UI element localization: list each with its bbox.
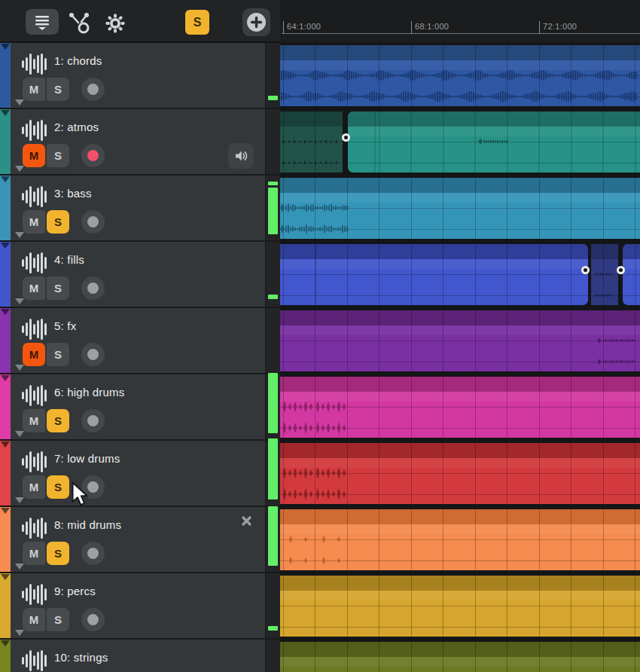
track-header[interactable]: 8: mid drums M S [11,507,265,573]
expand-triangle-icon[interactable] [15,564,24,570]
mute-button[interactable]: M [23,608,45,631]
record-arm-button[interactable] [81,608,105,631]
arranger-lane[interactable] [280,374,640,441]
track-color-strip[interactable] [0,109,11,176]
bar-gridlines [623,244,640,305]
mute-button[interactable]: M [23,475,45,499]
monitor-speaker-button[interactable] [228,143,254,169]
audio-clip[interactable] [280,576,640,637]
expand-triangle-icon[interactable] [15,166,24,172]
track-header[interactable]: 4: fills M S [11,242,265,308]
record-arm-button[interactable] [81,276,105,300]
track-header[interactable]: 1: chords M S [11,43,265,109]
audio-clip[interactable] [280,509,640,570]
mute-button[interactable]: M [23,343,45,366]
audio-clip[interactable] [591,244,618,305]
fade-in-handle[interactable] [342,133,350,142]
settings-gear-icon[interactable] [104,12,126,35]
expand-triangle-icon[interactable] [15,232,24,238]
audio-track-icon [22,53,47,75]
mute-button[interactable]: M [23,409,45,432]
record-arm-button[interactable] [81,409,105,432]
solo-button[interactable]: S [47,78,69,101]
audio-clip[interactable] [280,642,640,672]
track-color-strip[interactable] [0,573,11,640]
arranger-lane[interactable] [280,507,640,573]
track-color-strip[interactable] [0,242,11,308]
mute-button[interactable]: M [23,144,45,167]
track-color-strip[interactable] [0,176,11,242]
expand-triangle-icon[interactable] [15,497,24,503]
mute-button[interactable]: M [23,542,45,565]
ruler-tick [539,21,540,34]
track-name-label: 4: fills [54,253,84,266]
audio-clip[interactable] [280,377,640,438]
arranger-lane[interactable] [280,640,640,672]
arranger-lane[interactable] [280,441,640,507]
mute-button[interactable]: M [23,210,45,234]
audio-clip[interactable] [623,244,640,305]
track-header[interactable]: 7: low drums M S [11,441,265,507]
arranger-lane[interactable] [280,308,640,374]
mute-button[interactable]: M [23,78,45,101]
solo-button[interactable]: S [47,608,69,631]
audio-clip[interactable] [348,111,640,173]
record-arm-button[interactable] [81,210,105,234]
track-header[interactable]: 2: atmos M S [11,109,265,176]
track-name-label: 5: fx [54,319,76,332]
expand-triangle-icon[interactable] [15,630,24,636]
mute-button[interactable]: M [23,276,45,300]
audio-clip[interactable] [280,310,640,371]
track-header[interactable]: 5: fx M S [11,308,265,374]
arranger-lane[interactable] [280,109,640,176]
track-color-strip[interactable] [0,374,11,441]
record-arm-button[interactable] [81,78,105,101]
arranger-lane[interactable] [280,43,640,109]
close-icon[interactable] [241,515,252,530]
expand-triangle-icon[interactable] [15,431,24,437]
track-filter-button[interactable] [26,9,59,35]
track-color-strip[interactable] [0,507,11,573]
bar-gridlines [591,244,618,305]
solo-button[interactable]: S [47,343,69,366]
solo-button[interactable]: S [47,475,69,499]
fade-out-handle[interactable] [581,266,590,274]
solo-button[interactable]: S [47,542,69,565]
audio-clip[interactable] [280,111,343,173]
timeline-ruler[interactable]: 64:1:00068:1:00072:1:000 [280,0,640,43]
audio-clip[interactable] [280,45,640,106]
expand-triangle-icon[interactable] [15,99,24,105]
expand-triangle-icon[interactable] [15,365,24,371]
solo-button[interactable]: S [47,144,69,167]
audio-clip[interactable] [280,244,588,305]
solo-button[interactable]: S [47,210,69,234]
collapse-triangle-icon [1,375,10,381]
track-header[interactable]: 6: high drums M S [11,374,265,441]
arranger-lane[interactable] [280,242,640,308]
expand-triangle-icon[interactable] [15,298,24,304]
track-color-strip[interactable] [0,308,11,374]
routing-icon[interactable] [65,10,95,35]
track-color-strip[interactable] [0,43,11,109]
record-arm-button[interactable] [81,475,105,499]
audio-track-icon [22,649,47,672]
record-arm-button[interactable] [81,343,105,366]
track-header[interactable]: 10: strings M S [11,640,265,672]
add-track-button[interactable] [242,8,270,36]
fade-in-handle[interactable] [617,266,625,274]
record-arm-button[interactable] [81,144,105,167]
track-color-strip[interactable] [0,441,11,507]
global-solo-button[interactable]: S [185,10,209,35]
arranger-lane[interactable] [280,573,640,640]
record-arm-button[interactable] [81,542,105,565]
track-header[interactable]: 9: percs M S [11,573,265,640]
audio-clip[interactable] [280,178,640,239]
collapse-triangle-icon [1,176,10,182]
track-color-strip[interactable] [0,640,11,672]
arranger-lane[interactable] [280,176,640,242]
audio-clip[interactable] [280,443,640,504]
track-header[interactable]: 3: bass M S [11,176,265,242]
solo-button[interactable]: S [47,276,69,300]
track-row-3: 3: bass M S [0,176,640,242]
solo-button[interactable]: S [47,409,69,432]
